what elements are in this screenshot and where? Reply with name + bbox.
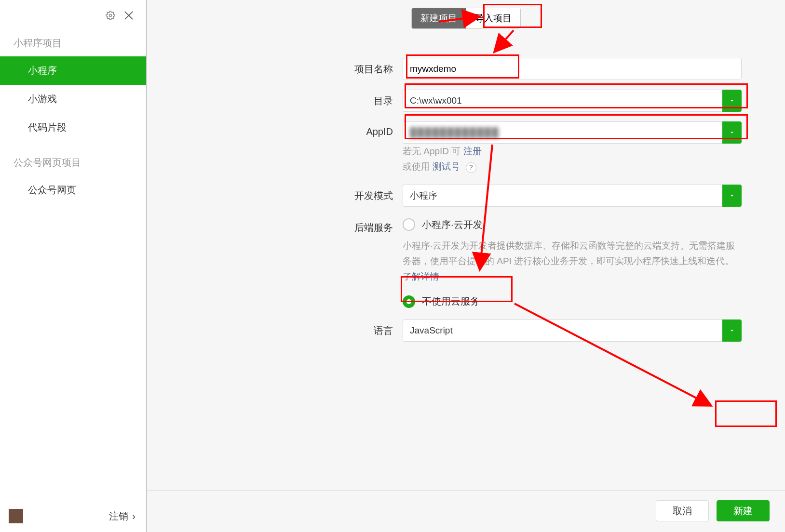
- section-header-oa: 公众号网页项目: [0, 142, 146, 176]
- sidebar: 小程序项目 小程序 小游戏 代码片段 公众号网页项目 公众号网页 注销 ›: [0, 0, 147, 532]
- language-select[interactable]: JavaScript: [403, 319, 742, 342]
- sidebar-item-miniprogram[interactable]: 小程序: [0, 56, 146, 85]
- project-name-input[interactable]: [403, 58, 742, 80]
- appid-value: ████████████: [403, 121, 722, 144]
- tab-group: 新建项目 导入项目: [411, 8, 521, 29]
- close-icon[interactable]: [122, 9, 135, 22]
- svg-point-0: [109, 14, 112, 17]
- label-project-name: 项目名称: [147, 58, 403, 76]
- radio-icon: [403, 295, 415, 308]
- avatar[interactable]: [9, 509, 23, 523]
- label-backend: 后端服务: [147, 216, 403, 234]
- annotation-box: [715, 400, 777, 427]
- radio-icon: [403, 218, 415, 231]
- sidebar-footer: 注销 ›: [0, 509, 146, 532]
- logout-link[interactable]: 注销 ›: [109, 510, 135, 523]
- directory-select[interactable]: C:\wx\wx001: [403, 90, 742, 112]
- dev-mode-select[interactable]: 小程序: [403, 185, 742, 207]
- language-value: JavaScript: [403, 319, 722, 342]
- gear-icon[interactable]: [106, 11, 115, 20]
- chevron-right-icon: ›: [132, 511, 135, 522]
- footer: 取消 新建: [147, 490, 785, 532]
- sidebar-controls: [0, 0, 146, 22]
- radio-no-cloud[interactable]: 不使用云服务: [403, 293, 742, 310]
- main-panel: 新建项目 导入项目 项目名称 目录 C:\wx\wx001 AppID: [147, 0, 785, 532]
- chevron-down-icon[interactable]: [722, 121, 742, 144]
- section-header-miniprogram: 小程序项目: [0, 22, 146, 56]
- appid-hint-2: 或使用 测试号 ?: [403, 159, 742, 174]
- help-icon[interactable]: ?: [466, 162, 476, 173]
- register-link[interactable]: 注册: [463, 146, 482, 156]
- radio-no-cloud-label: 不使用云服务: [422, 295, 480, 308]
- sidebar-item-minigame[interactable]: 小游戏: [0, 85, 146, 113]
- chevron-down-icon[interactable]: [722, 185, 742, 207]
- label-dev-mode: 开发模式: [147, 185, 403, 202]
- backend-description: 小程序·云开发为开发者提供数据库、存储和云函数等完整的云端支持。无需搭建服务器，…: [403, 233, 742, 285]
- chevron-down-icon[interactable]: [722, 319, 742, 342]
- learn-more-link[interactable]: 了解详情: [403, 271, 439, 281]
- label-language: 语言: [147, 319, 403, 337]
- tab-new-project[interactable]: 新建项目: [412, 8, 466, 28]
- label-appid: AppID: [147, 121, 403, 137]
- label-directory: 目录: [147, 90, 403, 107]
- radio-cloud[interactable]: 小程序·云开发: [403, 216, 742, 233]
- logout-label: 注销: [109, 510, 128, 523]
- top-tabs: 新建项目 导入项目: [147, 0, 785, 29]
- dev-mode-value: 小程序: [403, 185, 722, 207]
- directory-value: C:\wx\wx001: [403, 90, 722, 112]
- sidebar-item-snippet[interactable]: 代码片段: [0, 113, 146, 142]
- radio-cloud-label: 小程序·云开发: [422, 218, 483, 231]
- form: 项目名称 目录 C:\wx\wx001 AppID ████████████: [147, 29, 785, 351]
- appid-select[interactable]: ████████████: [403, 121, 742, 144]
- cancel-button[interactable]: 取消: [656, 500, 709, 521]
- test-appid-link[interactable]: 测试号: [433, 161, 460, 172]
- create-button[interactable]: 新建: [717, 500, 770, 521]
- chevron-down-icon[interactable]: [722, 90, 742, 112]
- tab-import-project[interactable]: 导入项目: [466, 8, 520, 28]
- sidebar-item-oa-web[interactable]: 公众号网页: [0, 176, 146, 204]
- appid-hint-1: 若无 AppID 可 注册: [403, 144, 742, 159]
